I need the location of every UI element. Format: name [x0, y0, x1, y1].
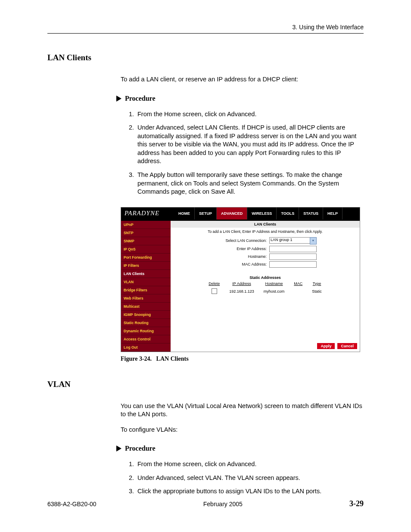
nav-advanced[interactable]: ADVANCED	[217, 207, 247, 220]
select-lan-connection[interactable]: LAN group 1 ▾	[269, 237, 317, 244]
pane-title: LAN Clients	[171, 220, 360, 228]
delete-checkbox[interactable]	[212, 288, 217, 294]
sidenav-vlan[interactable]: VLAN	[121, 278, 171, 286]
sidenav-dynamicrouting[interactable]: Dynamic Routing	[121, 327, 171, 335]
sidenav-multicast[interactable]: Multicast	[121, 303, 171, 311]
sidenav-sntp[interactable]: SNTP	[121, 229, 171, 237]
col-type: Type	[308, 281, 326, 287]
static-addresses-table: Delete IP Address Hostname MAC Type 192.…	[203, 280, 327, 297]
cell-ip: 192.168.1.123	[225, 288, 258, 296]
triangle-icon	[116, 96, 121, 102]
sidenav-snmp[interactable]: SNMP	[121, 237, 171, 245]
sidenav-bridgefilters[interactable]: Bridge Filters	[121, 286, 171, 294]
section-heading-lan-clients: LAN Clients	[47, 53, 364, 62]
step-item: From the Home screen, click on Advanced.	[136, 110, 364, 119]
step-item: Under Advanced, select VLAN. The VLAN sc…	[136, 474, 364, 483]
label-lan-connection: Select LAN Connection:	[188, 238, 267, 243]
procedure-steps-1: From the Home screen, click on Advanced.…	[127, 110, 364, 196]
step-item: From the Home screen, click on Advanced.	[136, 460, 364, 469]
nav-setup[interactable]: SETUP	[195, 207, 217, 220]
label-hostname: Hostname:	[188, 254, 267, 259]
static-addresses-title: Static Addresses	[171, 275, 360, 280]
top-nav: HOME SETUP ADVANCED WIRELESS TOOLS STATU…	[174, 207, 342, 220]
side-nav: UPnP SNTP SNMP IP QoS Port Forwarding IP…	[121, 220, 171, 352]
label-ip-address: Enter IP Address:	[188, 247, 267, 251]
step-item: Under Advanced, select LAN Clients. If D…	[136, 124, 364, 166]
nav-tools[interactable]: TOOLS	[277, 207, 299, 220]
nav-home[interactable]: HOME	[174, 207, 195, 220]
page-footer: 6388-A2-GB20-00 February 2005 3-29	[47, 499, 364, 508]
cancel-button[interactable]: Cancel	[337, 343, 357, 349]
step-item: Click the appropriate buttons to assign …	[136, 487, 364, 496]
cell-type: Static	[308, 288, 326, 296]
procedure-steps-2: From the Home screen, click on Advanced.…	[127, 460, 364, 496]
figure-title: LAN Clients	[156, 356, 189, 362]
doc-number: 6388-A2-GB20-00	[47, 501, 97, 507]
input-mac-address[interactable]	[269, 261, 317, 268]
col-mac: MAC	[290, 281, 307, 287]
apply-button[interactable]: Apply	[317, 343, 335, 349]
cell-host: myhost.com	[259, 288, 289, 296]
figure-screenshot: PARADYNE HOME SETUP ADVANCED WIRELESS TO…	[121, 207, 364, 352]
input-hostname[interactable]	[269, 254, 317, 260]
section-heading-vlan: VLAN	[47, 380, 364, 389]
procedure-header-2: Procedure	[116, 445, 364, 452]
sidenav-portfwd[interactable]: Port Forwarding	[121, 254, 171, 262]
sidenav-upnp[interactable]: UPnP	[121, 221, 171, 229]
doc-date: February 2005	[203, 501, 243, 507]
sidenav-lanclients[interactable]: LAN Clients	[121, 270, 171, 278]
sidenav-accesscontrol[interactable]: Access Control	[121, 335, 171, 343]
figure-number: Figure 3-24.	[121, 356, 152, 362]
col-hostname: Hostname	[259, 281, 289, 287]
procedure-label: Procedure	[125, 95, 156, 102]
col-ip: IP Address	[225, 281, 258, 287]
label-mac-address: MAC Address:	[188, 262, 267, 266]
triangle-icon	[116, 445, 121, 452]
sidenav-webfilters[interactable]: Web Filters	[121, 294, 171, 303]
content-pane: LAN Clients To add a LAN Client, Enter I…	[171, 220, 360, 352]
nav-help[interactable]: HELP	[323, 207, 342, 220]
sidenav-ipfilters[interactable]: IP Filters	[121, 262, 171, 270]
nav-wireless[interactable]: WIRELESS	[247, 207, 277, 220]
sidenav-ipqos[interactable]: IP QoS	[121, 245, 171, 254]
select-value: LAN group 1	[269, 237, 310, 244]
figure-caption: Figure 3-24. LAN Clients	[121, 356, 364, 362]
vlan-paragraph-1: You can use the VLAN (Virtual Local Area…	[121, 402, 364, 419]
col-delete: Delete	[204, 281, 224, 287]
sidenav-staticrouting[interactable]: Static Routing	[121, 319, 171, 327]
sidenav-logout[interactable]: Log Out	[121, 343, 171, 352]
nav-status[interactable]: STATUS	[299, 207, 323, 220]
step-item: The Apply button will temporarily save t…	[136, 171, 364, 196]
brand-logo: PARADYNE	[121, 207, 174, 220]
procedure-label: Procedure	[125, 445, 156, 452]
input-ip-address[interactable]	[269, 246, 317, 252]
chevron-down-icon[interactable]: ▾	[310, 237, 317, 244]
table-row: 192.168.1.123 myhost.com Static	[204, 288, 326, 296]
cell-mac	[290, 288, 307, 296]
procedure-header: Procedure	[116, 95, 364, 102]
vlan-paragraph-2: To configure VLANs:	[121, 426, 364, 434]
page-header: 3. Using the Web Interface	[47, 24, 364, 34]
intro-paragraph: To add a LAN client, or reserve an IP ad…	[121, 75, 364, 84]
sidenav-igmp[interactable]: IGMP Snooping	[121, 311, 171, 319]
pane-subtitle: To add a LAN Client, Enter IP Address an…	[171, 228, 360, 237]
page-number: 3-29	[349, 499, 364, 508]
